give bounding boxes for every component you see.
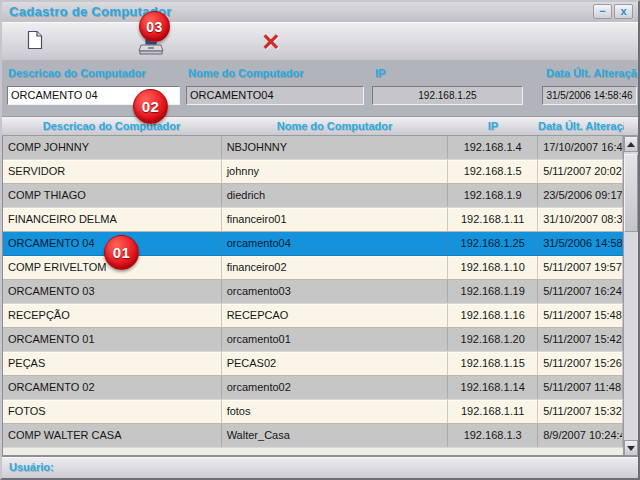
new-document-icon xyxy=(27,30,43,54)
table-row[interactable]: COMP JOHNNYNBJOHNNY192.168.1.417/10/2007… xyxy=(3,136,623,160)
table-cell[interactable]: 31/5/2006 14:58:46 xyxy=(538,232,623,255)
delete-button[interactable]: ✕ xyxy=(254,27,288,57)
table-cell[interactable]: COMP JOHNNY xyxy=(3,136,222,159)
usuario-label: Usuário: xyxy=(9,461,54,473)
table-cell[interactable]: 192.168.1.5 xyxy=(448,160,538,183)
table-cell[interactable]: 192.168.1.15 xyxy=(448,352,538,375)
table-cell[interactable]: orcamento03 xyxy=(222,280,449,303)
annotation-badge-01: 01 xyxy=(104,235,139,270)
table-cell[interactable]: 5/11/2007 15:26:00 xyxy=(538,352,623,375)
data-alteracao-label: Data Últ. Alteração xyxy=(546,67,640,79)
table-row[interactable]: ORCAMENTO 04orcamento04192.168.1.2531/5/… xyxy=(3,232,623,256)
scroll-down-icon xyxy=(627,446,635,451)
table-cell[interactable]: 192.168.1.3 xyxy=(448,424,538,447)
table-cell[interactable]: 192.168.1.4 xyxy=(448,136,538,159)
new-record-button[interactable] xyxy=(18,27,52,57)
table-cell[interactable]: 5/11/2007 11:48:32 xyxy=(538,376,623,399)
table-cell[interactable]: 192.168.1.16 xyxy=(448,304,538,327)
vertical-scrollbar[interactable] xyxy=(623,136,638,456)
table-cell[interactable]: ORCAMENTO 03 xyxy=(3,280,222,303)
table-cell[interactable]: 192.168.1.11 xyxy=(448,208,538,231)
table-cell[interactable]: 192.168.1.11 xyxy=(448,400,538,423)
column-header[interactable]: Data Últ. Alteração xyxy=(538,117,624,135)
table-cell[interactable]: financeiro01 xyxy=(222,208,449,231)
annotation-badge-02: 02 xyxy=(133,89,168,124)
table-row[interactable]: PEÇASPECAS02192.168.1.155/11/2007 15:26:… xyxy=(3,352,623,376)
title-bar: Cadastro de Computador − x xyxy=(2,2,638,23)
table-cell[interactable]: COMP WALTER CASA xyxy=(3,424,222,447)
close-button[interactable]: x xyxy=(614,4,633,19)
scroll-up-button[interactable] xyxy=(624,136,638,152)
table-row[interactable]: SERVIDORjohnny192.168.1.55/11/2007 20:02… xyxy=(3,160,623,184)
scroll-up-icon xyxy=(627,142,635,147)
table-cell[interactable]: FOTOS xyxy=(3,400,222,423)
data-alteracao-field: 31/5/2006 14:58:46 xyxy=(542,86,637,105)
table-cell[interactable]: 5/11/2007 16:24:43 xyxy=(538,280,623,303)
table-cell[interactable]: 192.168.1.10 xyxy=(448,256,538,279)
table-cell[interactable]: 5/11/2007 20:02:25 xyxy=(538,160,623,183)
column-header[interactable]: Nome do Computador xyxy=(221,117,448,135)
grid-header-row: Descricao do ComputadorNome do Computado… xyxy=(2,116,638,136)
table-cell[interactable]: 8/9/2007 10:24:40 xyxy=(538,424,623,447)
toolbar: ✕ xyxy=(2,22,638,62)
table-cell[interactable]: RECEPCAO xyxy=(222,304,449,327)
table-cell[interactable]: FINANCEIRO DELMA xyxy=(3,208,222,231)
table-cell[interactable]: diedrich xyxy=(222,184,449,207)
form-panel: Descricao do Computador Nome do Computad… xyxy=(2,60,638,116)
table-cell[interactable]: ORCAMENTO 02 xyxy=(3,376,222,399)
table-cell[interactable]: 31/10/2007 08:37:19 xyxy=(538,208,623,231)
ip-label: IP xyxy=(375,67,385,79)
column-header[interactable]: IP xyxy=(448,117,538,135)
table-cell[interactable]: 5/11/2007 15:48:26 xyxy=(538,304,623,327)
status-bar: Usuário: xyxy=(2,457,638,478)
table-cell[interactable]: 17/10/2007 16:45:16 xyxy=(538,136,623,159)
table-row[interactable]: COMP THIAGOdiedrich192.168.1.923/5/2006 … xyxy=(3,184,623,208)
annotation-badge-03: 03 xyxy=(139,11,170,42)
nome-field: ORCAMENTO04 xyxy=(186,86,364,105)
table-cell[interactable]: 192.168.1.20 xyxy=(448,328,538,351)
table-row[interactable]: COMP WALTER CASAWalter_Casa192.168.1.38/… xyxy=(3,424,623,448)
descricao-label: Descricao do Computador xyxy=(8,67,146,79)
table-cell[interactable]: johnny xyxy=(222,160,449,183)
table-row[interactable]: ORCAMENTO 01orcamento01192.168.1.205/11/… xyxy=(3,328,623,352)
table-cell[interactable]: 192.168.1.19 xyxy=(448,280,538,303)
table-cell[interactable]: 192.168.1.9 xyxy=(448,184,538,207)
table-cell[interactable]: COMP THIAGO xyxy=(3,184,222,207)
table-cell[interactable]: orcamento02 xyxy=(222,376,449,399)
table-cell[interactable]: SERVIDOR xyxy=(3,160,222,183)
scrollbar-thumb[interactable] xyxy=(624,154,638,232)
table-cell[interactable]: Walter_Casa xyxy=(222,424,449,447)
table-row[interactable]: ORCAMENTO 03orcamento03192.168.1.195/11/… xyxy=(3,280,623,304)
table-row[interactable]: COMP ERIVELTOMfinanceiro02192.168.1.105/… xyxy=(3,256,623,280)
table-row[interactable]: RECEPÇÃORECEPCAO192.168.1.165/11/2007 15… xyxy=(3,304,623,328)
scroll-down-button[interactable] xyxy=(624,440,638,456)
app-window: Cadastro de Computador − x xyxy=(0,0,640,480)
table-cell[interactable]: 5/11/2007 15:42:51 xyxy=(538,328,623,351)
table-cell[interactable]: RECEPÇÃO xyxy=(3,304,222,327)
minimize-button[interactable]: − xyxy=(593,4,612,19)
grid-body: COMP JOHNNYNBJOHNNY192.168.1.417/10/2007… xyxy=(2,136,623,456)
table-cell[interactable]: PECAS02 xyxy=(222,352,449,375)
table-row[interactable]: FOTOSfotos192.168.1.115/11/2007 15:32:44 xyxy=(3,400,623,424)
ip-field: 192.168.1.25 xyxy=(372,86,523,105)
table-cell[interactable]: 192.168.1.25 xyxy=(448,232,538,255)
table-cell[interactable]: 192.168.1.14 xyxy=(448,376,538,399)
table-cell[interactable]: 5/11/2007 15:32:44 xyxy=(538,400,623,423)
table-cell[interactable]: PEÇAS xyxy=(3,352,222,375)
table-cell[interactable]: 5/11/2007 19:57:02 xyxy=(538,256,623,279)
table-row[interactable]: FINANCEIRO DELMAfinanceiro01192.168.1.11… xyxy=(3,208,623,232)
table-cell[interactable]: 23/5/2006 09:17:43 xyxy=(538,184,623,207)
table-cell[interactable]: orcamento01 xyxy=(222,328,449,351)
column-header[interactable]: Descricao do Computador xyxy=(2,117,221,135)
nome-label: Nome do Computador xyxy=(188,67,304,79)
table-cell[interactable]: ORCAMENTO 01 xyxy=(3,328,222,351)
table-cell[interactable]: orcamento04 xyxy=(222,232,449,255)
table-cell[interactable]: financeiro02 xyxy=(222,256,449,279)
table-cell[interactable]: fotos xyxy=(222,400,449,423)
table-cell[interactable]: NBJOHNNY xyxy=(222,136,449,159)
table-row[interactable]: ORCAMENTO 02orcamento02192.168.1.145/11/… xyxy=(3,376,623,400)
delete-icon: ✕ xyxy=(261,31,280,54)
